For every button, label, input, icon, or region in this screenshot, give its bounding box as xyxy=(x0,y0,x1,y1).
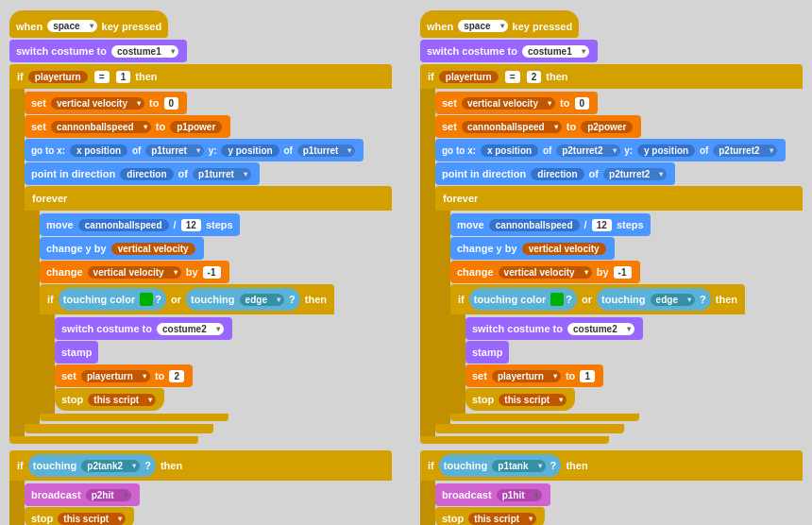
right-stamp-block[interactable]: stamp xyxy=(465,341,509,364)
left-move-block[interactable]: move cannonballspeed / 12 steps xyxy=(40,213,240,236)
right-costume1-dropdown[interactable]: costume1 xyxy=(522,45,589,58)
left-broadcast-block[interactable]: broadcast p2hit xyxy=(25,483,140,506)
right-p2turret3-dropdown[interactable]: p2turret2 xyxy=(603,168,667,180)
right-playerturn-reporter: playerturn xyxy=(439,71,499,83)
left-when-label: when xyxy=(16,21,42,32)
right-broadcast-block[interactable]: broadcast p1hit xyxy=(435,483,550,506)
right-cbs-dropdown[interactable]: cannonballspeed xyxy=(462,121,562,133)
right-switch-costume2-block[interactable]: switch costume to costume2 xyxy=(465,317,643,340)
right-twelve-input[interactable]: 12 xyxy=(592,219,612,231)
right-p2turret-dropdown[interactable]: p2turret2 xyxy=(556,144,619,157)
right-switch-costume-block[interactable]: switch costume to costume1 xyxy=(420,40,598,62)
left-forever-block[interactable]: forever move cannonballspeed / 12 xyxy=(25,186,392,433)
left-green-swatch xyxy=(140,293,153,306)
right-if3-block[interactable]: if touching p1tank ? then broadcast p1hi… xyxy=(420,450,803,525)
left-costume1-dropdown[interactable]: costume1 xyxy=(111,45,178,58)
left-ypos-rep: y position xyxy=(221,144,279,157)
left-key-dropdown[interactable]: space xyxy=(47,20,96,32)
right-hat-block[interactable]: when space key pressed xyxy=(420,10,579,38)
right-direction-rep: direction xyxy=(531,168,584,180)
left-cbs-dropdown[interactable]: cannonballspeed xyxy=(51,121,151,133)
left-stop2-block[interactable]: stop this script xyxy=(25,507,134,525)
right-stop2-block[interactable]: stop this script xyxy=(435,507,545,525)
left-stop-dropdown[interactable]: this script xyxy=(88,394,156,406)
right-goto-block[interactable]: go to x: x position of p2turret2 y: y po… xyxy=(435,139,786,161)
left-equals-sign: = xyxy=(94,71,110,83)
left-goto-block[interactable]: go to x: x position of p1turret y: y pos… xyxy=(25,139,364,161)
right-changey-block[interactable]: change y by vertical velocity xyxy=(450,237,615,260)
left-p2hit-dropdown[interactable]: p2hit xyxy=(86,489,131,501)
right-change-vv-block[interactable]: change vertical velocity by -1 xyxy=(450,261,640,283)
right-cbs-rep: cannonballspeed xyxy=(489,219,580,231)
right-edge-dropdown[interactable]: edge xyxy=(651,294,695,306)
right-vv-dropdown[interactable]: vertical velocity xyxy=(462,97,555,110)
left-vv2-rep: vertical velocity xyxy=(111,243,195,255)
right-vv2-rep: vertical velocity xyxy=(522,243,606,255)
right-equals-sign: = xyxy=(505,71,520,83)
left-hat-block[interactable]: when space key pressed xyxy=(9,10,168,38)
right-set-vv-block[interactable]: set vertical velocity to 0 xyxy=(435,92,598,114)
left-point-block[interactable]: point in direction direction of p1turret xyxy=(25,162,260,185)
right-vv3-dropdown[interactable]: vertical velocity xyxy=(499,266,592,279)
left-stamp-block[interactable]: stamp xyxy=(55,341,98,364)
left-if2-block[interactable]: if touching color ? or t xyxy=(40,284,334,421)
left-if-block[interactable]: if playerturn = 1 then set vertical velo… xyxy=(9,64,392,444)
right-pt-dropdown[interactable]: playerturn xyxy=(492,370,561,382)
right-set-pt-block[interactable]: set playerturn to 1 xyxy=(465,364,603,387)
right-xpos-rep: x position xyxy=(481,144,538,157)
right-point-block[interactable]: point in direction direction of p2turret… xyxy=(435,162,675,185)
left-direction-rep: direction xyxy=(120,168,173,180)
left-edge-dropdown[interactable]: edge xyxy=(240,294,284,306)
right-pt-val[interactable]: 1 xyxy=(580,370,595,382)
right-p1hit-dropdown[interactable]: p1hit xyxy=(497,489,542,501)
left-if3-block[interactable]: if touching p2tank2 ? then broadcast p2h… xyxy=(9,450,392,525)
right-player2-val[interactable]: 2 xyxy=(527,71,542,83)
left-pt-dropdown[interactable]: playerturn xyxy=(81,370,150,382)
right-move-block[interactable]: move cannonballspeed / 12 steps xyxy=(450,213,651,236)
right-stop-dropdown[interactable]: this script xyxy=(499,394,567,406)
left-stop2-dropdown[interactable]: this script xyxy=(58,513,126,525)
left-vv-dropdown[interactable]: vertical velocity xyxy=(51,97,144,110)
left-p1turret-dropdown[interactable]: p1turret xyxy=(145,144,204,157)
left-p1turret3-dropdown[interactable]: p1turret xyxy=(193,168,251,180)
right-if2-block[interactable]: if touching color ? or t xyxy=(450,284,745,421)
right-set-cbs-block[interactable]: set cannonballspeed to p2power xyxy=(435,115,641,138)
left-changey-block[interactable]: change y by vertical velocity xyxy=(40,237,204,260)
left-p1turret2-dropdown[interactable]: p1turret xyxy=(297,144,356,157)
left-p2tank-dropdown[interactable]: p2tank2 xyxy=(81,460,140,472)
right-key-dropdown[interactable]: space xyxy=(458,20,507,32)
left-p1power-rep: p1power xyxy=(170,121,222,133)
left-zero-input[interactable]: 0 xyxy=(164,97,179,110)
left-switch-costume2-block[interactable]: switch costume to costume2 xyxy=(55,317,232,340)
right-p1tank-dropdown[interactable]: p1tank xyxy=(492,460,545,472)
right-p2power-rep: p2power xyxy=(581,121,633,133)
right-forever-block[interactable]: forever move cannonballspeed / 12 xyxy=(435,186,803,433)
left-set-pt-block[interactable]: set playerturn to 2 xyxy=(55,364,193,387)
right-keypressed-label: key pressed xyxy=(513,21,573,32)
left-costume2-dropdown[interactable]: costume2 xyxy=(157,323,224,335)
left-stop-block[interactable]: stop this script xyxy=(55,388,164,411)
left-vv3-dropdown[interactable]: vertical velocity xyxy=(88,266,181,279)
right-when-label: when xyxy=(427,21,453,32)
left-set-cbs-block[interactable]: set cannonballspeed to p1power xyxy=(25,115,230,138)
left-twelve-input[interactable]: 12 xyxy=(181,219,201,231)
right-green-swatch xyxy=(550,293,564,306)
left-pt-val[interactable]: 2 xyxy=(169,370,184,382)
right-if-block[interactable]: if playerturn = 2 then set vertical velo… xyxy=(420,64,803,444)
left-set-vv-block[interactable]: set vertical velocity to 0 xyxy=(25,92,187,114)
right-stop-block[interactable]: stop this script xyxy=(465,388,575,411)
right-costume2-dropdown[interactable]: costume2 xyxy=(567,323,634,335)
right-script: when space key pressed switch costume to… xyxy=(420,9,803,525)
left-xpos-rep: x position xyxy=(70,144,127,157)
left-script: when space key pressed switch costume to… xyxy=(9,9,392,525)
left-neg1-input[interactable]: -1 xyxy=(203,266,221,279)
left-playerturn-reporter: playerturn xyxy=(28,71,88,83)
left-player1-val[interactable]: 1 xyxy=(116,71,131,83)
right-neg1-input[interactable]: -1 xyxy=(614,266,632,279)
left-switch-costume-block[interactable]: switch costume to costume1 xyxy=(9,40,187,62)
right-stop2-dropdown[interactable]: this script xyxy=(468,513,536,525)
right-p2turret2-dropdown[interactable]: p2turret2 xyxy=(713,144,776,157)
left-keypressed-label: key pressed xyxy=(102,21,162,32)
right-zero-input[interactable]: 0 xyxy=(575,97,590,110)
left-change-vv-block[interactable]: change vertical velocity by -1 xyxy=(40,261,229,283)
